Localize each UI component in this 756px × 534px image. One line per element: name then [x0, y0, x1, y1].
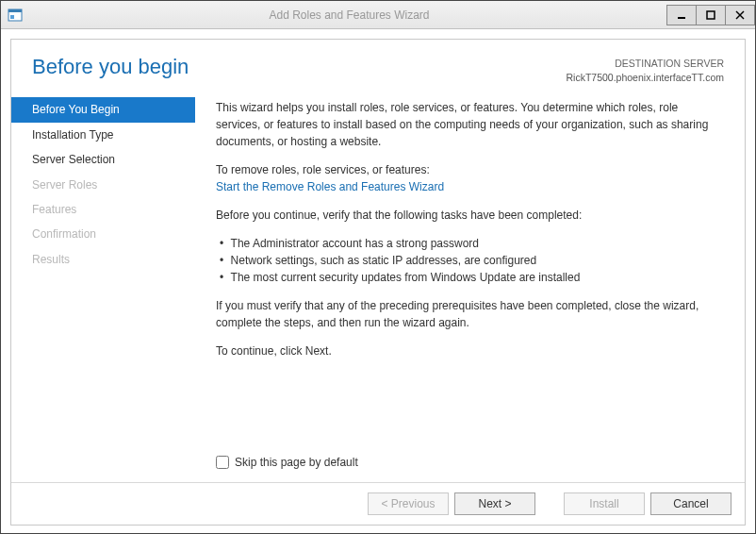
window-title: Add Roles and Features Wizard [31, 8, 667, 22]
sidebar-item-features: Features [11, 197, 195, 222]
intro-text: This wizard helps you install roles, rol… [216, 99, 724, 150]
sidebar: Before You Begin Installation Type Serve… [11, 95, 195, 454]
remove-label: To remove roles, role services, or featu… [216, 161, 724, 178]
content-outer: Before you begin DESTINATION SERVER Rick… [1, 29, 755, 533]
main-content: This wizard helps you install roles, rol… [195, 95, 745, 454]
panel: Before you begin DESTINATION SERVER Rick… [10, 39, 746, 526]
skip-label: Skip this page by default [235, 456, 358, 469]
app-icon [7, 7, 24, 24]
wizard-window: Add Roles and Features Wizard Before you… [0, 0, 756, 534]
cancel-button[interactable]: Cancel [650, 492, 731, 515]
body: Before You Begin Installation Type Serve… [11, 88, 745, 454]
skip-checkbox[interactable] [216, 456, 229, 469]
list-item: The most current security updates from W… [231, 269, 724, 286]
remove-wizard-link[interactable]: Start the Remove Roles and Features Wiza… [216, 180, 444, 193]
list-item: The Administrator account has a strong p… [231, 235, 724, 252]
minimize-button[interactable] [666, 5, 697, 25]
window-controls [667, 5, 755, 25]
sidebar-item-results: Results [11, 247, 195, 272]
header: Before you begin DESTINATION SERVER Rick… [11, 40, 745, 88]
verify-intro: Before you continue, verify that the fol… [216, 207, 724, 224]
sidebar-item-server-roles: Server Roles [11, 173, 195, 197]
svg-rect-1 [8, 9, 22, 12]
page-title: Before you begin [32, 55, 567, 79]
install-button: Install [564, 492, 645, 515]
destination-value: RickT7500.phoenix.interfaceTT.com [567, 71, 725, 85]
sidebar-item-installation-type[interactable]: Installation Type [11, 123, 195, 147]
sidebar-item-confirmation: Confirmation [11, 222, 195, 246]
list-item: Network settings, such as static IP addr… [231, 252, 724, 269]
destination-server-block: DESTINATION SERVER RickT7500.phoenix.int… [567, 55, 725, 84]
previous-button: < Previous [368, 492, 449, 515]
close-button[interactable] [725, 5, 755, 25]
close-note: If you must verify that any of the prece… [216, 297, 724, 331]
sidebar-item-server-selection[interactable]: Server Selection [11, 147, 195, 172]
continue-note: To continue, click Next. [216, 342, 724, 359]
prerequisite-list: The Administrator account has a strong p… [216, 235, 724, 286]
svg-rect-4 [707, 11, 715, 19]
titlebar: Add Roles and Features Wizard [1, 1, 755, 29]
footer: < Previous Next > Install Cancel [11, 482, 745, 525]
sidebar-item-before-you-begin[interactable]: Before You Begin [11, 97, 195, 122]
maximize-button[interactable] [696, 5, 726, 25]
next-button[interactable]: Next > [454, 492, 535, 515]
skip-row: Skip this page by default [11, 454, 745, 482]
destination-label: DESTINATION SERVER [567, 57, 725, 71]
svg-rect-2 [10, 15, 14, 19]
